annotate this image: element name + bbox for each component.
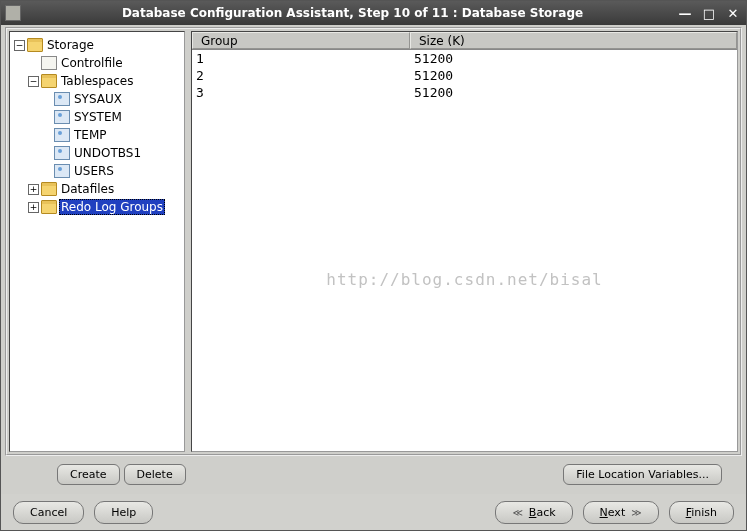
- tree-label: SYSAUX: [72, 92, 124, 106]
- tree-label: Tablespaces: [59, 74, 136, 88]
- app-icon: [5, 5, 21, 21]
- cell-group: 3: [192, 85, 410, 100]
- tree-datafiles[interactable]: + Datafiles: [12, 180, 182, 198]
- tree-controlfile[interactable]: Controlfile: [12, 54, 182, 72]
- back-button[interactable]: ≪ Back: [495, 501, 572, 524]
- content-area: − Storage Controlfile − Tablespaces: [1, 25, 746, 494]
- next-button[interactable]: Next ≫: [583, 501, 659, 524]
- back-label: Back: [529, 506, 556, 519]
- tree-label: TEMP: [72, 128, 109, 142]
- tree-label: USERS: [72, 164, 116, 178]
- table-header: Group Size (K): [192, 32, 737, 50]
- close-button[interactable]: ✕: [724, 5, 742, 21]
- maximize-button[interactable]: □: [700, 5, 718, 21]
- table-row[interactable]: 3 51200: [192, 84, 737, 101]
- tree-redo-log-groups[interactable]: + Redo Log Groups: [12, 198, 182, 216]
- tablespace-icon: [54, 110, 70, 124]
- table-row[interactable]: 1 51200: [192, 50, 737, 67]
- table-pane: Group Size (K) 1 51200 2 51200 3 51200: [191, 31, 738, 452]
- tree-label: Controlfile: [59, 56, 125, 70]
- tree-pane[interactable]: − Storage Controlfile − Tablespaces: [9, 31, 185, 452]
- tree-ts-temp[interactable]: TEMP: [12, 126, 182, 144]
- tree-ts-sysaux[interactable]: SYSAUX: [12, 90, 182, 108]
- cell-size: 51200: [410, 85, 737, 100]
- tree-label: Redo Log Groups: [59, 199, 165, 215]
- folder-icon: [41, 74, 57, 88]
- tree-ts-system[interactable]: SYSTEM: [12, 108, 182, 126]
- file-location-variables-button[interactable]: File Location Variables...: [563, 464, 722, 485]
- bottom-button-bar: Cancel Help ≪ Back Next ≫ Finish: [1, 494, 746, 530]
- help-button[interactable]: Help: [94, 501, 153, 524]
- window-controls: — □ ✕: [676, 5, 742, 21]
- cell-size: 51200: [410, 51, 737, 66]
- expand-icon[interactable]: +: [28, 202, 39, 213]
- expand-icon[interactable]: +: [28, 184, 39, 195]
- cancel-button[interactable]: Cancel: [13, 501, 84, 524]
- create-button[interactable]: Create: [57, 464, 120, 485]
- cell-size: 51200: [410, 68, 737, 83]
- tree-label: Datafiles: [59, 182, 116, 196]
- mid-button-bar: Create Delete File Location Variables...: [5, 456, 742, 492]
- main-panel: − Storage Controlfile − Tablespaces: [5, 27, 742, 456]
- next-label: Next: [600, 506, 626, 519]
- tree-ts-users[interactable]: USERS: [12, 162, 182, 180]
- tablespace-icon: [54, 146, 70, 160]
- folder-icon: [27, 38, 43, 52]
- tree-label: Storage: [45, 38, 96, 52]
- table-body[interactable]: 1 51200 2 51200 3 51200 http://blog.csdn…: [192, 50, 737, 451]
- column-header-size[interactable]: Size (K): [410, 32, 737, 49]
- window: Database Configuration Assistant, Step 1…: [0, 0, 747, 531]
- tablespace-icon: [54, 128, 70, 142]
- table-row[interactable]: 2 51200: [192, 67, 737, 84]
- titlebar: Database Configuration Assistant, Step 1…: [1, 1, 746, 25]
- tree-root-storage[interactable]: − Storage: [12, 36, 182, 54]
- chevron-right-icon: ≫: [631, 507, 641, 518]
- cell-group: 1: [192, 51, 410, 66]
- delete-button[interactable]: Delete: [124, 464, 186, 485]
- minimize-button[interactable]: —: [676, 5, 694, 21]
- tablespace-icon: [54, 92, 70, 106]
- spacer-icon: [28, 58, 39, 69]
- tree-ts-undotbs1[interactable]: UNDOTBS1: [12, 144, 182, 162]
- column-header-group[interactable]: Group: [192, 32, 410, 49]
- tree-label: UNDOTBS1: [72, 146, 143, 160]
- collapse-icon[interactable]: −: [14, 40, 25, 51]
- tree-label: SYSTEM: [72, 110, 124, 124]
- finish-label: Finish: [686, 506, 717, 519]
- tablespace-icon: [54, 164, 70, 178]
- cell-group: 2: [192, 68, 410, 83]
- folder-icon: [41, 182, 57, 196]
- window-title: Database Configuration Assistant, Step 1…: [29, 6, 676, 20]
- tree-tablespaces[interactable]: − Tablespaces: [12, 72, 182, 90]
- chevron-left-icon: ≪: [512, 507, 522, 518]
- watermark-text: http://blog.csdn.net/bisal: [192, 270, 737, 289]
- document-icon: [41, 56, 57, 70]
- collapse-icon[interactable]: −: [28, 76, 39, 87]
- folder-icon: [41, 200, 57, 214]
- finish-button[interactable]: Finish: [669, 501, 734, 524]
